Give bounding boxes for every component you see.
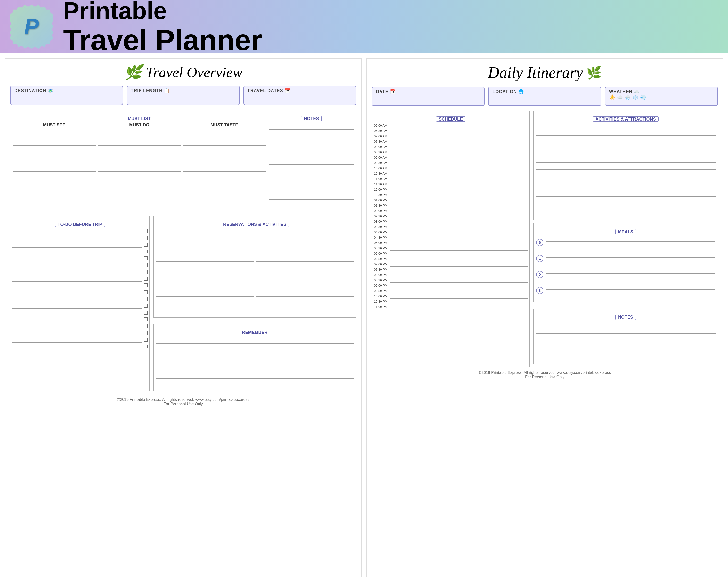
time-row: 07:00 PM (374, 262, 527, 267)
logo-badge: P (10, 5, 53, 49)
schedule-line (390, 294, 527, 299)
schedule-line (390, 304, 527, 309)
travel-dates-box[interactable]: TRAVEL DATES 📅 (243, 86, 356, 105)
schedule-header: SCHEDULE (374, 117, 527, 122)
checkbox[interactable] (144, 297, 148, 301)
checkbox[interactable] (144, 311, 148, 314)
line (256, 254, 354, 262)
line (12, 262, 142, 268)
line (183, 147, 266, 154)
schedule-activities-section: SCHEDULE 06:00 AM06:30 AM07:00 AM07:30 A… (372, 111, 718, 367)
todo-item (12, 303, 148, 309)
checkbox[interactable] (144, 338, 148, 342)
time-row: 09:00 AM (374, 155, 527, 160)
checkbox[interactable] (144, 263, 148, 267)
breakfast-lines (546, 236, 715, 249)
destination-box[interactable]: DESTINATION 🗺️ (10, 86, 123, 105)
schedule-line (390, 262, 527, 267)
checkbox[interactable] (144, 317, 148, 321)
right-title-icon: 🌿 (587, 66, 602, 80)
reservations-section: RESERVATIONS & ACTIVITIES (153, 216, 356, 318)
location-box[interactable]: LOCATION 🌐 (488, 87, 601, 106)
line (536, 328, 716, 334)
todo-section: TO-DO BEFORE TRIP (10, 216, 150, 391)
line (156, 228, 254, 235)
weather-box[interactable]: WEATHER ☁️ ☀️ ☁️ 🌧️ ❄️ 💨 (605, 87, 718, 106)
schedule-line (390, 149, 527, 155)
meals-header: MEALS (536, 229, 715, 234)
checkbox[interactable] (144, 250, 148, 253)
reservations-header: RESERVATIONS & ACTIVITIES (156, 222, 354, 227)
left-title-text: Travel Overview (146, 64, 242, 80)
line (269, 140, 354, 147)
time-row: 08:00 PM (374, 272, 527, 277)
right-copyright-line1: ©2019 Printable Express. All rights rese… (372, 370, 718, 375)
line (536, 137, 716, 142)
time-row: 06:30 PM (374, 256, 527, 261)
checkbox[interactable] (144, 344, 148, 349)
line (183, 156, 266, 163)
time-row: 11:30 AM (374, 182, 527, 187)
line (183, 130, 266, 137)
time-label: 11:00 AM (374, 177, 389, 181)
line (98, 156, 181, 163)
trip-length-box[interactable]: TRIP LENGTH 📋 (127, 86, 239, 105)
time-row: 04:30 PM (374, 235, 527, 240)
time-label: 02:00 PM (374, 209, 389, 213)
line (13, 147, 96, 154)
checkbox[interactable] (144, 236, 148, 240)
must-list-section: MUST LIST MUST SEE MU (10, 110, 356, 213)
checkbox[interactable] (144, 277, 148, 281)
res-col-2 (256, 228, 354, 315)
time-label: 05:30 PM (374, 246, 389, 250)
line (183, 191, 266, 198)
activities-header: ACTIVITIES & ATTRACTIONS (536, 117, 716, 122)
time-row: 10:30 PM (374, 299, 527, 304)
time-row: 09:30 PM (374, 288, 527, 293)
schedule-line (390, 224, 527, 229)
time-row: 02:30 PM (374, 214, 527, 219)
line (13, 130, 96, 137)
must-list-header: MUST LIST (13, 116, 266, 121)
time-row: 07:30 PM (374, 267, 527, 272)
time-row: 05:00 PM (374, 240, 527, 245)
header-title: Printable Travel Planner (63, 0, 262, 56)
must-taste-header: MUST TASTE (183, 122, 266, 128)
checkbox[interactable] (144, 331, 148, 335)
line (12, 282, 142, 288)
schedule-line (390, 192, 527, 197)
notes-lines (269, 122, 354, 208)
todo-item (12, 242, 148, 248)
right-page-header: Daily Itinerary 🌿 (372, 63, 718, 82)
checkbox[interactable] (144, 324, 148, 328)
line (536, 348, 716, 354)
checkbox[interactable] (144, 270, 148, 274)
checkbox[interactable] (144, 304, 148, 308)
activities-section: ACTIVITIES & ATTRACTIONS (534, 111, 718, 220)
schedule-line (390, 208, 527, 213)
checkbox[interactable] (144, 283, 148, 287)
time-row: 06:00 AM (374, 123, 527, 128)
dinner-lines (546, 268, 715, 281)
checkbox[interactable] (144, 256, 148, 260)
checkbox[interactable] (144, 229, 148, 233)
line (156, 336, 354, 343)
line (536, 184, 716, 190)
title-line2: Travel Planner (63, 24, 262, 56)
must-see-col: MUST SEE (13, 122, 96, 199)
res-col-1 (156, 228, 254, 315)
checkbox[interactable] (144, 290, 148, 294)
travel-dates-label: TRAVEL DATES 📅 (248, 88, 352, 93)
date-box[interactable]: DATE 📅 (372, 87, 485, 106)
line (12, 316, 142, 322)
line (536, 177, 716, 183)
schedule-line (390, 214, 527, 219)
time-row: 06:00 PM (374, 251, 527, 256)
schedule-line (390, 134, 527, 138)
line (536, 355, 716, 361)
right-copyright-line2: For Personal Use Only (372, 375, 718, 379)
checkbox[interactable] (144, 243, 148, 247)
bottom-section: TO-DO BEFORE TRIP RESERVATIONS & ACTIVIT… (10, 216, 356, 394)
logo-icon: P (24, 14, 39, 39)
time-row: 12:00 PM (374, 187, 527, 192)
